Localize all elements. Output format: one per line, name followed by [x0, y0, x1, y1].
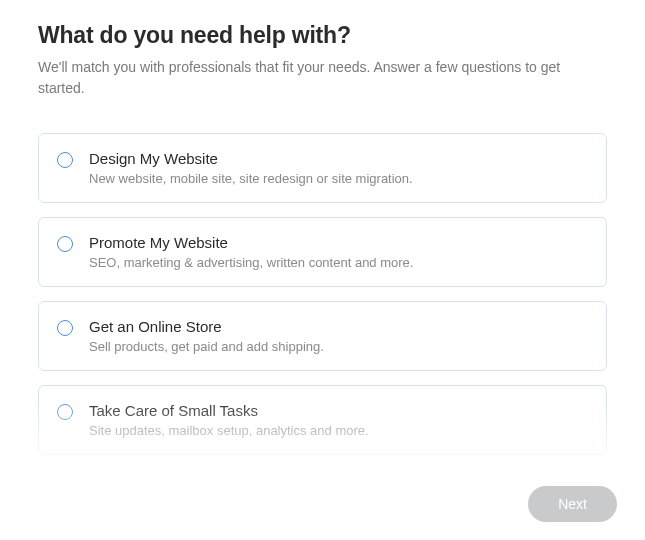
form-container: What do you need help with? We'll match …	[0, 0, 645, 469]
option-text: Take Care of Small Tasks Site updates, m…	[89, 402, 369, 438]
radio-icon	[57, 404, 73, 420]
next-button[interactable]: Next	[528, 486, 617, 522]
page-title: What do you need help with?	[38, 22, 607, 49]
page-subtitle: We'll match you with professionals that …	[38, 57, 607, 99]
option-text: Promote My Website SEO, marketing & adve…	[89, 234, 413, 270]
radio-icon	[57, 320, 73, 336]
option-text: Get an Online Store Sell products, get p…	[89, 318, 324, 354]
radio-icon	[57, 236, 73, 252]
option-desc: Sell products, get paid and add shipping…	[89, 339, 324, 354]
option-text: Design My Website New website, mobile si…	[89, 150, 413, 186]
option-design-website[interactable]: Design My Website New website, mobile si…	[38, 133, 607, 203]
option-promote-website[interactable]: Promote My Website SEO, marketing & adve…	[38, 217, 607, 287]
option-online-store[interactable]: Get an Online Store Sell products, get p…	[38, 301, 607, 371]
option-title: Take Care of Small Tasks	[89, 402, 369, 419]
radio-icon	[57, 152, 73, 168]
option-title: Get an Online Store	[89, 318, 324, 335]
option-desc: New website, mobile site, site redesign …	[89, 171, 413, 186]
option-desc: Site updates, mailbox setup, analytics a…	[89, 423, 369, 438]
option-small-tasks[interactable]: Take Care of Small Tasks Site updates, m…	[38, 385, 607, 455]
option-desc: SEO, marketing & advertising, written co…	[89, 255, 413, 270]
options-list: Design My Website New website, mobile si…	[38, 133, 607, 469]
footer: Next	[528, 486, 617, 522]
option-title: Design My Website	[89, 150, 413, 167]
option-title: Promote My Website	[89, 234, 413, 251]
